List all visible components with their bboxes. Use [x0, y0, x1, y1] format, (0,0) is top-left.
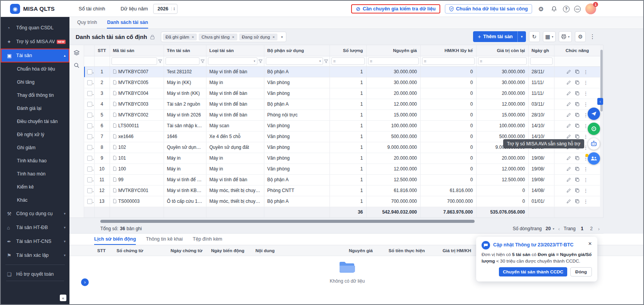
row-more-icon[interactable]: ⋮ — [583, 199, 588, 204]
edit-pencil-icon[interactable] — [566, 102, 571, 106]
year-spinner-icon[interactable]: ▴▾ — [171, 7, 175, 11]
filter-funnel-icon[interactable] — [158, 59, 162, 63]
copy-icon[interactable] — [575, 167, 580, 171]
column-header[interactable]: Số lượng — [330, 45, 366, 56]
table-row[interactable]: 1MVTKBYC007Test 281102Máy vi tính để bàn… — [84, 66, 600, 77]
horizontal-scrollbar-thumb[interactable] — [100, 220, 475, 223]
sidebar-subitem[interactable]: Kiểm kê — [1, 180, 69, 194]
sidebar-item-0[interactable]: ◔ Tổng quan CSDL — [1, 21, 69, 35]
chip-remove-icon[interactable]: ✕ — [191, 35, 194, 39]
avatar[interactable]: 1 — [585, 3, 596, 14]
filter-input[interactable] — [530, 57, 553, 65]
filter-input[interactable] — [166, 57, 199, 65]
edit-pencil-icon[interactable] — [566, 134, 571, 139]
row-checkbox[interactable] — [87, 199, 92, 204]
ava-assistant-button[interactable] — [588, 138, 600, 150]
tab-quy-trinh[interactable]: Quy trình — [77, 17, 97, 29]
expand-panel-button[interactable]: › — [81, 278, 89, 286]
table-row[interactable]: 1199Máy vi tính để bànMáy vi tính để bàn… — [84, 174, 600, 185]
row-more-icon[interactable]: ⋮ — [583, 69, 588, 75]
sidebar-collapse-button[interactable]: « — [60, 295, 66, 301]
add-asset-button[interactable]: + Thêm tài sản — [473, 31, 517, 42]
edit-pencil-icon[interactable] — [566, 91, 571, 96]
chevron-down-icon[interactable]: ▾ — [281, 35, 283, 39]
sidebar-item-3[interactable]: ⚒ Công cụ dụng cụ ▾ — [1, 207, 69, 221]
column-header[interactable]: Mã tài sản — [110, 45, 164, 56]
row-more-icon[interactable]: ⋮ — [583, 91, 588, 96]
row-checkbox[interactable] — [87, 177, 92, 182]
column-header[interactable]: STT — [94, 45, 110, 56]
page-button-2[interactable]: 2 — [589, 226, 594, 231]
filter-funnel-icon[interactable] — [259, 59, 262, 63]
column-header[interactable]: Loại tài sản — [206, 45, 264, 56]
edit-pencil-icon[interactable] — [566, 123, 571, 128]
filter-chipfield[interactable]: Đã ghi giảm✕Chưa ghi tăng✕Đang sử dụng✕ … — [161, 32, 286, 42]
edit-pencil-icon[interactable] — [566, 167, 571, 171]
sidebar-subitem[interactable]: Ghi giảm — [1, 141, 69, 154]
menu-so-tai-chinh[interactable]: Sổ tài chính — [79, 6, 105, 12]
sidebar-item-7[interactable]: ❏ Hỗ trợ quyết toán — [1, 267, 69, 281]
notifications-bell-icon[interactable] — [550, 5, 558, 13]
more-actions-icon[interactable]: ⋮ — [589, 33, 596, 40]
edit-pencil-icon[interactable] — [566, 80, 571, 85]
table-row[interactable]: 12MVTKBYC001Máy vi tính KBYC00...Máy móc… — [84, 185, 600, 196]
row-more-icon[interactable]: ⋮ — [583, 134, 588, 140]
edit-pencil-icon[interactable] — [566, 199, 571, 204]
year-selector[interactable]: 2026 ▴▾ — [153, 4, 177, 14]
dock-collapse-tab[interactable]: ‹ — [597, 98, 603, 105]
help-icon[interactable]: ? — [563, 6, 570, 12]
sidebar-item-4[interactable]: ⌂ Tài sản HT-ĐB ▾ — [1, 221, 69, 234]
copy-icon[interactable] — [575, 177, 580, 182]
filter-chip[interactable]: Đang sử dụng✕ — [239, 34, 278, 40]
tab-tep-dinh-kem[interactable]: Tệp đính kèm — [193, 234, 222, 245]
copy-icon[interactable] — [575, 102, 580, 106]
tab-lich-su-bien-dong[interactable]: Lịch sử biến động — [94, 234, 136, 245]
column-header[interactable]: Bộ phận sử dụng — [264, 45, 330, 56]
filter-input[interactable]: = — [422, 57, 475, 65]
prev-page-icon[interactable]: ‹ — [558, 226, 559, 232]
row-more-icon[interactable]: ⋮ — [583, 80, 588, 86]
sidebar-item-2[interactable]: ▣ Tài sản ▴ — [1, 49, 69, 62]
zalo-support-button[interactable] — [588, 123, 600, 135]
row-more-icon[interactable]: ⋮ — [583, 101, 588, 107]
filter-funnel-icon[interactable] — [201, 59, 205, 63]
normalize-data-button[interactable]: Chuẩn hóa dữ liệu tài sản công — [445, 4, 532, 13]
dismiss-button[interactable]: Đóng — [570, 267, 592, 276]
settings-gear-icon[interactable]: ⚙ — [537, 5, 545, 13]
copy-icon[interactable] — [575, 199, 580, 204]
row-checkbox[interactable] — [87, 188, 92, 193]
support-chat-button[interactable] — [588, 108, 600, 120]
filter-input[interactable]: = — [368, 57, 419, 65]
layers-icon[interactable] — [74, 50, 79, 56]
edit-pencil-icon[interactable] — [566, 69, 571, 74]
vertical-scrollbar[interactable] — [600, 45, 603, 217]
chip-remove-icon[interactable]: ✕ — [272, 35, 275, 39]
column-header[interactable]: Nguyên giá — [366, 45, 420, 56]
edit-pencil-icon[interactable] — [566, 188, 571, 193]
expert-check-button[interactable]: ⊘ Cần chuyên gia kiểm tra dữ liệu — [351, 4, 440, 13]
filter-chip[interactable]: Chưa ghi tăng✕ — [199, 34, 237, 40]
row-checkbox[interactable] — [87, 167, 92, 172]
column-header[interactable] — [84, 45, 94, 56]
tab-danh-sach-tai-san[interactable]: Danh sách tài sản — [107, 17, 148, 29]
row-checkbox[interactable] — [87, 134, 92, 139]
table-row[interactable]: 2MVTKBYC005Máy in (KK)Máy inVăn phòng130… — [84, 77, 600, 88]
sidebar-subitem[interactable]: Đề nghị xử lý — [1, 128, 69, 141]
table-row[interactable]: 6LTS00011Tài sản nhập khẩu ...Máy scanVă… — [84, 120, 600, 131]
column-header[interactable]: Tên tài sản — [164, 45, 206, 56]
sidebar-subitem[interactable]: Đánh giá lại — [1, 102, 69, 115]
tab-thong-tin-ke-khai[interactable]: Thông tin kê khai — [146, 234, 183, 245]
edit-pencil-icon[interactable] — [566, 177, 571, 182]
column-header[interactable]: Giá trị còn lại — [476, 45, 528, 56]
column-layout-button[interactable]: ▦▾ — [543, 31, 556, 42]
filter-funnel-icon[interactable] — [324, 59, 328, 63]
copy-icon[interactable] — [575, 188, 580, 193]
table-row[interactable]: 9101Máy inMáy inVăn phòng120.000.000020.… — [84, 153, 600, 163]
filter-input[interactable]: = — [331, 57, 365, 65]
close-icon[interactable]: ✕ — [588, 241, 592, 246]
table-row[interactable]: 13TS000003Ô tô cấp cứu 16A-0...Máy móc, … — [84, 196, 600, 207]
copy-icon[interactable] — [575, 91, 580, 96]
grid-settings-gear-button[interactable]: ⚙ — [575, 31, 586, 42]
copy-icon[interactable] — [575, 80, 580, 85]
filter-input[interactable]: = — [478, 57, 527, 65]
